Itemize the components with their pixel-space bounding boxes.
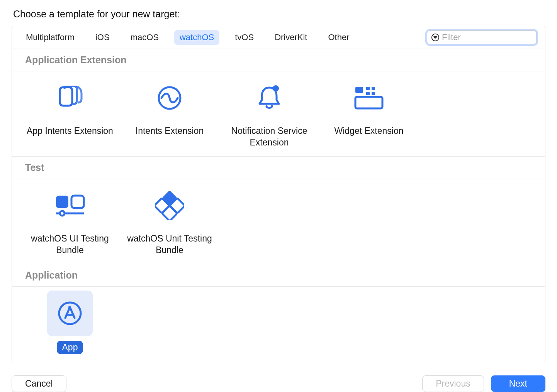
svg-rect-13 bbox=[71, 196, 84, 208]
svg-point-15 bbox=[60, 211, 65, 216]
svg-point-20 bbox=[59, 302, 81, 324]
svg-point-5 bbox=[273, 85, 279, 91]
section-body-application-extension: App Intents Extension Intents Extension bbox=[12, 71, 545, 157]
svg-rect-6 bbox=[355, 97, 382, 108]
section-header-test: Test bbox=[12, 157, 545, 179]
template-label: App Intents Extension bbox=[27, 125, 113, 137]
template-widget-extension[interactable]: Widget Extension bbox=[323, 75, 415, 149]
notification-icon bbox=[256, 84, 283, 112]
svg-point-21 bbox=[68, 306, 71, 308]
sheet-title: Choose a template for your new target: bbox=[13, 8, 545, 20]
ui-testing-icon bbox=[54, 194, 86, 217]
tab-macos[interactable]: macOS bbox=[125, 30, 164, 45]
unit-testing-icon bbox=[155, 191, 184, 220]
template-notification-service-extension[interactable]: Notification Service Extension bbox=[223, 75, 316, 149]
template-label: watchOS UI Testing Bundle bbox=[24, 233, 116, 256]
template-label: Widget Extension bbox=[335, 125, 404, 137]
template-watchos-ui-testing-bundle[interactable]: watchOS UI Testing Bundle bbox=[24, 183, 116, 256]
app-intents-icon bbox=[56, 86, 84, 110]
section-body-test: watchOS UI Testing Bundle watchOS Unit T… bbox=[12, 179, 545, 264]
template-app-intents-extension[interactable]: App Intents Extension bbox=[24, 75, 116, 149]
tab-driverkit[interactable]: DriverKit bbox=[269, 30, 312, 45]
intents-icon bbox=[157, 85, 182, 111]
tab-tvos[interactable]: tvOS bbox=[229, 30, 259, 45]
svg-rect-10 bbox=[366, 92, 370, 95]
footer: Cancel Previous Next bbox=[12, 362, 545, 392]
template-label: App bbox=[57, 341, 83, 355]
tab-watchos[interactable]: watchOS bbox=[174, 30, 219, 45]
template-app[interactable]: App bbox=[24, 291, 116, 355]
svg-rect-8 bbox=[366, 87, 370, 90]
template-label: Intents Extension bbox=[136, 125, 204, 137]
section-header-application-extension: Application Extension bbox=[12, 49, 545, 71]
template-label: Notification Service Extension bbox=[223, 125, 316, 149]
template-panel: Multiplatform iOS macOS watchOS tvOS Dri… bbox=[12, 26, 545, 362]
tab-other[interactable]: Other bbox=[323, 30, 355, 45]
filter-icon bbox=[431, 33, 440, 42]
filter-field[interactable] bbox=[427, 30, 537, 44]
section-header-application: Application bbox=[12, 264, 545, 287]
svg-rect-16 bbox=[162, 191, 177, 206]
cancel-button[interactable]: Cancel bbox=[12, 375, 66, 392]
next-button[interactable]: Next bbox=[491, 375, 545, 392]
previous-button[interactable]: Previous bbox=[422, 375, 484, 392]
widget-icon bbox=[354, 85, 384, 111]
section-body-application: App bbox=[12, 287, 545, 362]
template-label: watchOS Unit Testing Bundle bbox=[123, 233, 216, 256]
platform-tabs: Multiplatform iOS macOS watchOS tvOS Dri… bbox=[20, 30, 355, 45]
template-watchos-unit-testing-bundle[interactable]: watchOS Unit Testing Bundle bbox=[123, 183, 216, 256]
platform-tab-bar: Multiplatform iOS macOS watchOS tvOS Dri… bbox=[12, 26, 545, 49]
svg-rect-12 bbox=[56, 196, 68, 208]
svg-rect-9 bbox=[372, 87, 375, 90]
svg-rect-11 bbox=[372, 92, 375, 95]
filter-input[interactable] bbox=[442, 32, 532, 42]
tab-ios[interactable]: iOS bbox=[90, 30, 115, 45]
template-intents-extension[interactable]: Intents Extension bbox=[123, 75, 216, 149]
svg-rect-7 bbox=[355, 87, 363, 93]
tab-multiplatform[interactable]: Multiplatform bbox=[20, 30, 80, 45]
app-icon bbox=[58, 301, 82, 326]
svg-rect-19 bbox=[162, 206, 177, 220]
